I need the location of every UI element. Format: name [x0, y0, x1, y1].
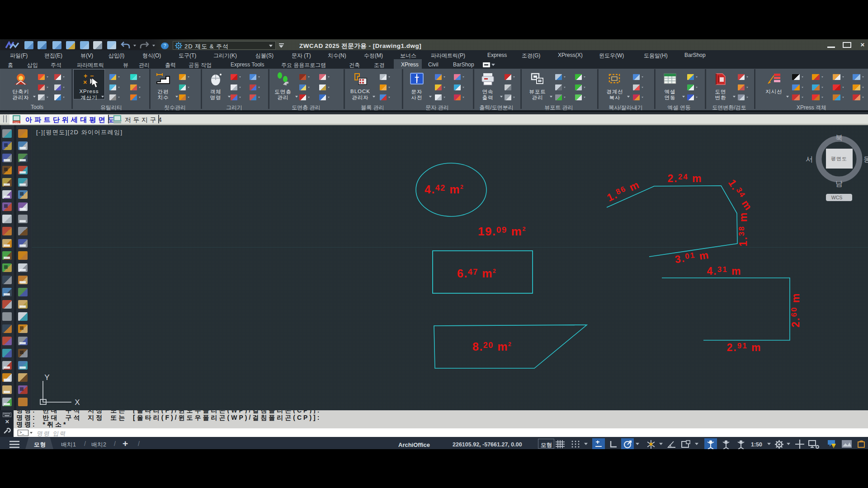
svg-text:3.01 m: 3.01 m: [674, 249, 710, 265]
svg-text:평면도: 평면도: [831, 156, 847, 161]
svg-text:8.20 m2: 8.20 m2: [472, 340, 512, 353]
svg-text:DWG: DWG: [14, 121, 19, 124]
svg-text:×: ×: [83, 79, 87, 86]
svg-text:1.34 m: 1.34 m: [726, 177, 755, 213]
svg-text:2.91 m: 2.91 m: [727, 342, 762, 353]
svg-text:!: !: [833, 445, 834, 449]
svg-text:WCS: WCS: [831, 195, 843, 200]
svg-text:동: 동: [863, 155, 868, 163]
svg-text:[-][평면도][2D 와이어프레임]: [-][평면도][2D 와이어프레임]: [36, 129, 123, 136]
svg-text:남: 남: [835, 180, 843, 188]
svg-text:2.60 m: 2.60 m: [790, 293, 802, 328]
svg-text:19.09 m2: 19.09 m2: [478, 225, 526, 238]
svg-text:T: T: [415, 75, 419, 83]
svg-text:4.42 m2: 4.42 m2: [425, 183, 464, 196]
svg-text:2.24 m: 2.24 m: [668, 173, 703, 184]
svg-text:4.31 m: 4.31 m: [707, 265, 742, 277]
svg-text:1.38 m: 1.38 m: [737, 212, 749, 247]
svg-text:X: X: [75, 398, 80, 407]
svg-text:서: 서: [806, 155, 813, 163]
svg-text:Y: Y: [44, 373, 49, 382]
svg-text:6.47 m2: 6.47 m2: [457, 267, 496, 280]
svg-text:북: 북: [835, 134, 843, 141]
